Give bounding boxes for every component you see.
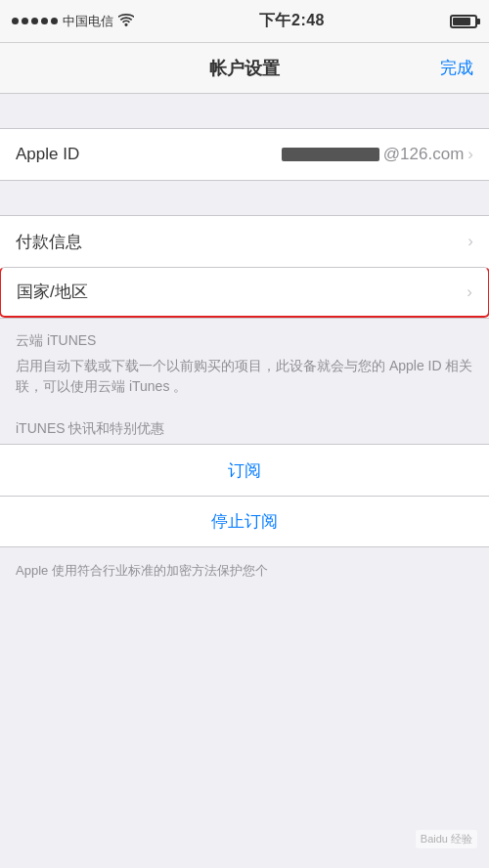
dot-2 [22,18,28,24]
itunes-description: 启用自动下载或下载一个以前购买的项目，此设备就会与您的 Apple ID 相关联… [16,356,473,397]
payment-label: 付款信息 [16,231,82,253]
chevron-icon: › [467,145,473,164]
status-time: 下午2:48 [259,11,325,31]
payment-chevron-icon: › [467,232,473,251]
newsletter-title: iTUNES 快讯和特别优惠 [16,420,473,438]
apple-id-section: Apple ID @126.com › [0,128,489,181]
payment-value: › [467,232,473,251]
itunes-section: 云端 iTUNES 启用自动下载或下载一个以前购买的项目，此设备就会与您的 Ap… [0,319,489,407]
unsubscribe-label: 停止订阅 [211,510,278,533]
done-button[interactable]: 完成 [440,57,473,79]
carrier-label: 中国电信 [63,13,113,30]
payment-cell[interactable]: 付款信息 › [0,216,489,267]
battery-icon [450,15,477,28]
country-value: › [467,282,472,302]
apple-id-cell[interactable]: Apple ID @126.com › [0,129,489,180]
footer-text: Apple 使用符合行业标准的加密方法保护您个 [16,561,473,581]
country-cell[interactable]: 国家/地区 › [0,267,489,318]
nav-bar: 帐户设置 完成 [0,43,489,94]
payment-country-section: 付款信息 › 国家/地区 › [0,215,489,319]
dot-3 [31,18,38,24]
gap-2 [0,181,489,215]
redacted-email [282,148,379,161]
page-container: 中国电信 下午2:48 帐户设置 完成 Apple ID @126.com [0,0,489,868]
email-suffix: @126.com [383,145,464,164]
status-bar: 中国电信 下午2:48 [0,0,489,43]
battery-fill [453,18,470,25]
apple-id-label: Apple ID [16,145,79,164]
dot-4 [41,18,48,24]
watermark: Baidu 经验 [416,830,477,848]
status-right [450,15,477,28]
newsletter-section: iTUNES 快讯和特别优惠 [0,407,489,444]
gap-1 [0,94,489,128]
country-chevron-icon: › [467,282,472,302]
subscribe-button[interactable]: 订阅 [0,445,489,496]
dot-1 [12,18,19,24]
unsubscribe-button[interactable]: 停止订阅 [0,496,489,546]
itunes-title: 云端 iTUNES [16,332,473,350]
nav-title: 帐户设置 [209,57,280,80]
signal-dots [12,18,58,24]
apple-id-value: @126.com › [282,145,473,164]
subscribe-section: 订阅 停止订阅 [0,444,489,547]
status-left: 中国电信 [12,13,134,30]
dot-5 [51,18,58,24]
wifi-icon [118,14,134,29]
subscribe-label: 订阅 [228,459,261,482]
footer-section: Apple 使用符合行业标准的加密方法保护您个 [0,547,489,594]
country-label: 国家/地区 [17,281,88,303]
